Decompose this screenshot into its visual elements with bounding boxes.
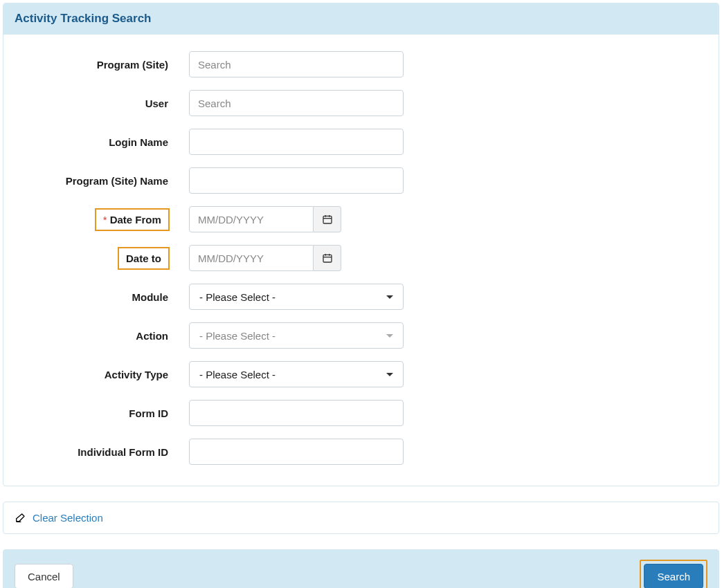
- label-individual-form-id: Individual Form ID: [17, 446, 189, 458]
- date-from-picker-button[interactable]: [314, 206, 341, 232]
- form-body: Program (Site) User Login Name Program (…: [3, 35, 719, 486]
- form-id-input[interactable]: [189, 400, 404, 426]
- chevron-down-icon: [386, 334, 393, 338]
- activity-type-select[interactable]: - Please Select -: [189, 361, 404, 387]
- label-activity-type: Activity Type: [17, 369, 189, 380]
- footer-bar: Cancel Search: [3, 549, 719, 588]
- chevron-down-icon: [386, 373, 393, 376]
- svg-rect-0: [323, 216, 332, 223]
- login-name-input[interactable]: [189, 129, 404, 155]
- clear-selection-panel: Clear Selection: [3, 502, 719, 534]
- program-site-name-input[interactable]: [189, 167, 404, 194]
- label-date-from: *Date From: [17, 208, 189, 231]
- search-button[interactable]: Search: [644, 564, 703, 588]
- calendar-icon: [322, 214, 333, 225]
- label-login-name: Login Name: [17, 136, 189, 148]
- required-marker: *: [103, 214, 107, 226]
- search-button-highlight: Search: [640, 560, 707, 588]
- label-program-site-name: Program (Site) Name: [17, 175, 189, 187]
- user-input[interactable]: [189, 90, 404, 116]
- date-to-picker-button[interactable]: [314, 245, 341, 271]
- date-from-input[interactable]: [189, 206, 314, 232]
- label-action: Action: [17, 330, 189, 342]
- individual-form-id-input[interactable]: [189, 439, 404, 465]
- calendar-icon: [322, 252, 333, 264]
- label-date-to: Date to: [17, 247, 189, 270]
- eraser-icon: [15, 513, 26, 524]
- label-program-site: Program (Site): [17, 59, 189, 71]
- search-panel: Activity Tracking Search Program (Site) …: [3, 3, 719, 486]
- clear-selection-link[interactable]: Clear Selection: [33, 512, 103, 524]
- module-select[interactable]: - Please Select -: [189, 284, 404, 310]
- chevron-down-icon: [386, 295, 393, 299]
- label-form-id: Form ID: [17, 407, 189, 419]
- panel-title: Activity Tracking Search: [3, 3, 719, 35]
- date-to-input[interactable]: [189, 245, 314, 271]
- program-site-input[interactable]: [189, 51, 404, 77]
- label-user: User: [17, 98, 189, 109]
- action-select[interactable]: - Please Select -: [189, 322, 404, 349]
- svg-rect-4: [323, 255, 332, 262]
- cancel-button[interactable]: Cancel: [15, 564, 73, 588]
- label-module: Module: [17, 291, 189, 303]
